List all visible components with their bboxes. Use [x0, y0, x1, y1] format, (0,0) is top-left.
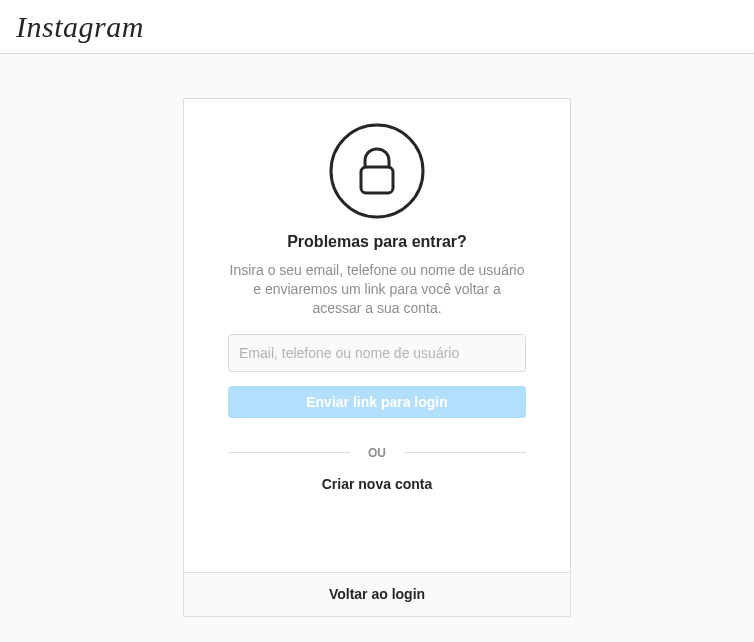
- svg-rect-1: [361, 167, 393, 193]
- divider: OU: [228, 446, 526, 460]
- instagram-logo[interactable]: Instagram: [16, 10, 144, 44]
- divider-line-right: [404, 452, 526, 453]
- card-body: Problemas para entrar? Insira o seu emai…: [184, 99, 570, 572]
- divider-line-left: [228, 452, 350, 453]
- reset-card: Problemas para entrar? Insira o seu emai…: [183, 98, 571, 617]
- app-header: Instagram: [0, 0, 754, 54]
- create-account-link[interactable]: Criar nova conta: [228, 476, 526, 492]
- main-content: Problemas para entrar? Insira o seu emai…: [0, 54, 754, 617]
- back-to-login-link[interactable]: Voltar ao login: [329, 586, 425, 602]
- card-subtext: Insira o seu email, telefone ou nome de …: [228, 261, 526, 318]
- divider-label: OU: [350, 446, 404, 460]
- back-bar: Voltar ao login: [184, 572, 570, 616]
- identifier-input[interactable]: [228, 334, 526, 372]
- send-link-button[interactable]: Enviar link para login: [228, 386, 526, 418]
- svg-point-0: [331, 125, 423, 217]
- lock-icon: [329, 123, 425, 219]
- card-heading: Problemas para entrar?: [228, 233, 526, 251]
